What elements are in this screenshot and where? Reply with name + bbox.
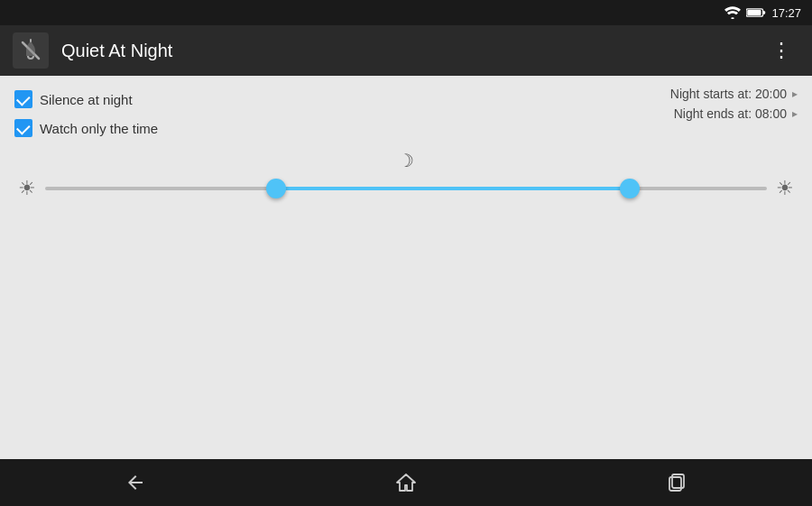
back-icon	[125, 472, 146, 493]
silence-at-night-row[interactable]: Silence at night	[14, 87, 158, 112]
night-start-arrow: ▸	[792, 87, 798, 100]
home-icon	[395, 472, 417, 493]
night-end-row[interactable]: Night ends at: 08:00 ▸	[674, 106, 798, 121]
watch-only-time-label: Watch only the time	[40, 121, 158, 136]
slider-area: ☽ ☀ ☀	[14, 150, 798, 200]
recents-icon	[666, 472, 687, 493]
night-end-arrow: ▸	[792, 107, 798, 120]
night-start-row[interactable]: Night starts at: 20:00 ▸	[670, 87, 798, 101]
slider-thumb-left[interactable]	[266, 179, 286, 198]
time-info-column: Night starts at: 20:00 ▸ Night ends at: …	[670, 87, 798, 121]
app-bar: Quiet At Night ⋮	[0, 25, 812, 76]
nav-bar	[0, 459, 812, 506]
status-icons: 17:27	[724, 6, 801, 20]
main-content: Silence at night Watch only the time Nig…	[0, 76, 812, 459]
slider-track[interactable]	[45, 179, 767, 198]
night-end-label: Night ends at: 08:00	[674, 106, 787, 121]
svg-rect-2	[763, 11, 766, 14]
recents-button[interactable]	[644, 465, 709, 501]
slider-track-fill	[276, 187, 630, 190]
settings-section: Silence at night Watch only the time Nig…	[14, 87, 798, 141]
home-button[interactable]	[374, 465, 438, 501]
silence-at-night-label: Silence at night	[40, 92, 133, 107]
status-bar: 17:27	[0, 0, 812, 25]
slider-container[interactable]: ☀ ☀	[14, 177, 798, 200]
status-time: 17:27	[771, 6, 801, 20]
silence-at-night-checkbox[interactable]	[14, 90, 32, 108]
moon-icon: ☽	[398, 150, 414, 171]
checkboxes-column: Silence at night Watch only the time	[14, 87, 158, 141]
night-start-label: Night starts at: 20:00	[670, 87, 787, 101]
svg-rect-1	[748, 10, 761, 15]
sun-left-icon: ☀	[18, 177, 36, 200]
back-button[interactable]	[103, 465, 168, 501]
app-icon	[13, 32, 49, 69]
overflow-menu-button[interactable]: ⋮	[764, 37, 799, 64]
bell-muted-icon	[18, 38, 43, 63]
slider-thumb-right[interactable]	[620, 179, 640, 198]
sun-right-icon: ☀	[776, 177, 794, 200]
battery-icon	[746, 7, 766, 18]
watch-only-time-checkbox[interactable]	[14, 119, 32, 137]
app-title: Quiet At Night	[61, 41, 752, 61]
watch-only-time-row[interactable]: Watch only the time	[14, 115, 158, 141]
wifi-icon	[724, 6, 741, 19]
